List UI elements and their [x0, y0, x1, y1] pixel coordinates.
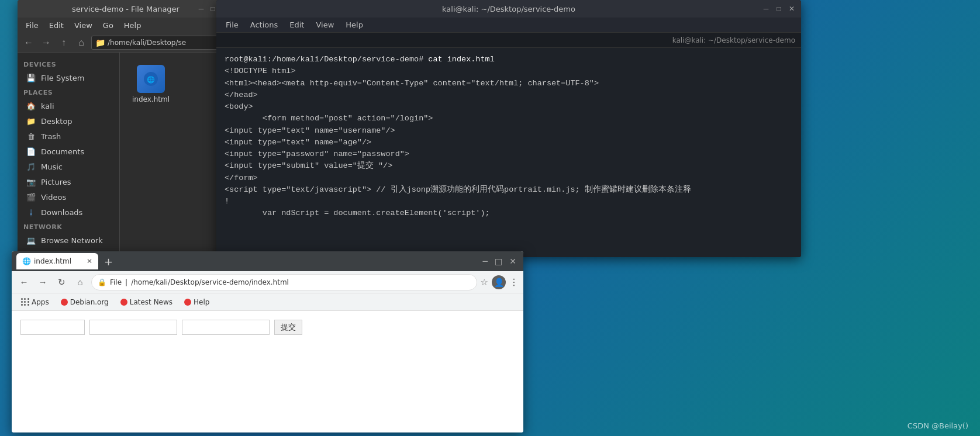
fm-menu-view[interactable]: View	[70, 20, 97, 31]
file-manager-minimize-button[interactable]: ─	[196, 4, 206, 13]
fm-location-text: /home/kali/Desktop/se	[108, 39, 186, 47]
videos-icon: 🎬	[26, 192, 36, 202]
browser-form-row: 提交	[20, 317, 515, 335]
fm-menu-edit[interactable]: Edit	[44, 20, 68, 31]
terminal-line-11: <script type="text/javascript"> // 引入jso…	[225, 184, 793, 196]
browser-bookmarks-bar: Apps Debian.org Latest News Help	[12, 293, 523, 311]
pictures-icon: 📷	[26, 177, 36, 187]
help-bookmark-icon	[184, 299, 191, 306]
sidebar-item-documents[interactable]: 📄 Documents	[20, 144, 117, 159]
new-tab-button[interactable]: +	[104, 255, 113, 268]
tab-favicon: 🌐	[22, 257, 30, 265]
term-menu-actions[interactable]: Actions	[246, 19, 283, 30]
browser-home-button[interactable]: ⌂	[73, 275, 88, 290]
term-menu-help[interactable]: Help	[341, 19, 368, 30]
sidebar-videos-label: Videos	[41, 193, 66, 202]
sidebar-kali-label: kali	[41, 102, 54, 110]
address-lock-icon: 🔒	[98, 278, 106, 286]
browser-tab-index-html[interactable]: 🌐 index.html ✕	[16, 253, 98, 269]
terminal-line-1: <!DOCTYPE html>	[225, 65, 793, 77]
downloads-icon: ⭳	[26, 207, 36, 217]
browser-back-button[interactable]: ←	[16, 275, 32, 290]
sidebar-desktop-label: Desktop	[41, 117, 73, 126]
sidebar-item-browse-network[interactable]: 💻 Browse Network	[20, 233, 117, 248]
terminal-window-controls: ─ □ ✕	[761, 0, 796, 18]
browser-reload-button[interactable]: ↻	[54, 275, 69, 290]
term-menu-file[interactable]: File	[221, 19, 243, 30]
places-label: PLACES	[18, 85, 119, 98]
filesystem-icon: 💾	[26, 72, 36, 83]
bookmark-debian[interactable]: Debian.org	[56, 297, 113, 307]
debian-label: Debian.org	[70, 298, 109, 306]
fm-up-button[interactable]: ↑	[56, 35, 71, 50]
terminal-location-bar: kali@kali: ~/Desktop/service-demo	[216, 33, 801, 48]
sidebar-item-music[interactable]: 🎵 Music	[20, 159, 117, 174]
devices-label: DEVICES	[18, 57, 119, 70]
bookmark-latest-news[interactable]: Latest News	[116, 297, 177, 307]
apps-label: Apps	[32, 298, 49, 306]
browser-maximize-button[interactable]: □	[492, 255, 505, 267]
terminal-maximize-button[interactable]: □	[774, 4, 784, 13]
terminal-location-text: kali@kali: ~/Desktop/service-demo	[672, 36, 795, 44]
svg-text:🌐: 🌐	[147, 75, 155, 84]
sidebar-pictures-label: Pictures	[41, 178, 71, 186]
fm-menu-help[interactable]: Help	[119, 20, 146, 31]
sidebar-item-desktop[interactable]: 📁 Desktop	[20, 113, 117, 129]
fm-forward-button[interactable]: →	[39, 35, 54, 50]
browser-content-area: 提交	[12, 311, 523, 432]
sidebar-item-trash[interactable]: 🗑 Trash	[20, 129, 117, 144]
form-password-input[interactable]	[182, 320, 270, 335]
browser-forward-button[interactable]: →	[35, 275, 50, 290]
sidebar-trash-label: Trash	[41, 132, 61, 141]
terminal-minimize-button[interactable]: ─	[761, 4, 771, 13]
fm-menu-file[interactable]: File	[21, 20, 43, 31]
form-age-input[interactable]	[89, 320, 177, 335]
browser-profile-button[interactable]: 👤	[492, 275, 506, 289]
browser-menu-button[interactable]: ⋮	[509, 276, 519, 288]
fm-menu-go[interactable]: Go	[98, 20, 118, 31]
apps-grid-icon	[21, 298, 29, 306]
terminal-window: kali@kali: ~/Desktop/service-demo ─ □ ✕ …	[216, 0, 801, 257]
terminal-line-6: <input type="text" name="username"/>	[225, 125, 793, 137]
terminal-title: kali@kali: ~/Desktop/service-demo	[442, 5, 575, 13]
documents-icon: 📄	[26, 146, 36, 157]
address-url: /home/kali/Desktop/service-demo/index.ht…	[131, 278, 289, 286]
browser-titlebar: 🌐 index.html ✕ + ─ □ ✕	[12, 251, 523, 271]
term-menu-edit[interactable]: Edit	[285, 19, 309, 30]
sidebar-item-kali[interactable]: 🏠 kali	[20, 98, 117, 113]
csdn-watermark: CSDN @Beilay()	[907, 421, 968, 430]
browser-minimize-button[interactable]: ─	[481, 255, 490, 267]
form-submit-button[interactable]: 提交	[274, 320, 302, 335]
file-manager-window: service-demo - File Manager ─ □ ✕ File E…	[18, 0, 234, 257]
file-item-index-html[interactable]: 🌐 index.html	[129, 61, 173, 107]
network-label: NETWORK	[18, 220, 119, 233]
address-separator: |	[125, 278, 127, 286]
terminal-content[interactable]: root@kali:/home/kali/Desktop/service-dem…	[216, 48, 801, 257]
sidebar-item-downloads[interactable]: ⭳ Downloads	[20, 205, 117, 220]
html-file-icon: 🌐	[137, 65, 165, 93]
term-menu-view[interactable]: View	[311, 19, 339, 30]
sidebar-item-pictures[interactable]: 📷 Pictures	[20, 174, 117, 189]
browser-close-button[interactable]: ✕	[507, 255, 519, 267]
desktop-folder-icon: 📁	[26, 116, 36, 126]
sidebar-item-videos[interactable]: 🎬 Videos	[20, 189, 117, 205]
terminal-line-2: <html><head><meta http-equiv="Content-Ty…	[225, 78, 793, 89]
help-label: Help	[194, 298, 209, 306]
sidebar-item-filesystem[interactable]: 💾 File System	[20, 70, 117, 85]
file-manager-menubar: File Edit View Go Help	[18, 18, 234, 33]
terminal-line-8: <input type="password" name="password">	[225, 148, 793, 160]
fm-sidebar: DEVICES 💾 File System PLACES 🏠 kali 📁 De…	[18, 53, 120, 257]
sidebar-network-label: Browse Network	[41, 236, 103, 245]
fm-location-bar[interactable]: 📁 /home/kali/Desktop/se	[91, 36, 230, 50]
terminal-close-button[interactable]: ✕	[787, 4, 796, 13]
form-username-input[interactable]	[20, 320, 85, 335]
browser-address-bar[interactable]: 🔒 File | /home/kali/Desktop/service-demo…	[91, 274, 477, 290]
bookmark-help[interactable]: Help	[180, 297, 214, 307]
fm-back-button[interactable]: ←	[21, 35, 36, 50]
file-manager-title: service-demo - File Manager	[72, 5, 180, 13]
browser-star-button[interactable]: ☆	[481, 277, 488, 288]
tab-close-button[interactable]: ✕	[87, 257, 92, 265]
bookmark-apps[interactable]: Apps	[16, 297, 54, 307]
terminal-line-9: <input type="submit" value="提交 "/>	[225, 160, 793, 172]
fm-home-button[interactable]: ⌂	[74, 35, 89, 50]
